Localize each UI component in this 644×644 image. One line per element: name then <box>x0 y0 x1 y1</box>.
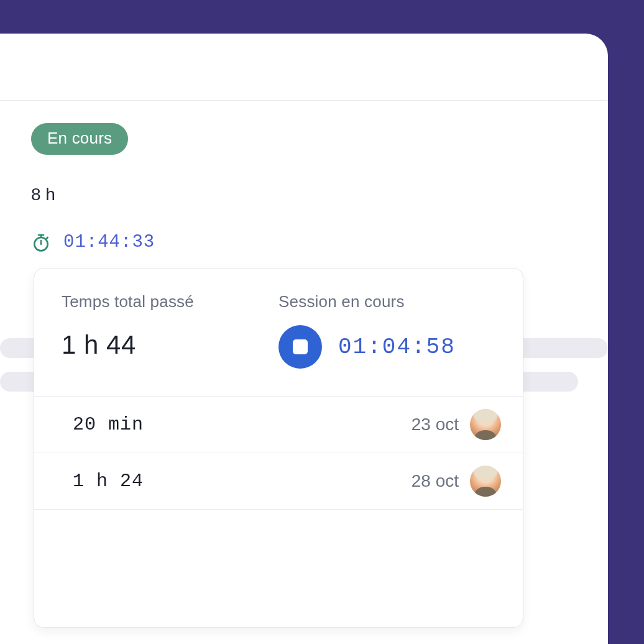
current-session-label: Session en cours <box>278 292 495 311</box>
timer-row[interactable]: 01:44:33 <box>31 232 591 252</box>
stop-icon <box>293 339 308 354</box>
entry-meta: 28 oct <box>412 466 501 497</box>
total-time-column: Temps total passé 1 h 44 <box>62 292 278 369</box>
session-controls: 01:04:58 <box>278 325 495 369</box>
planned-duration: 8 h <box>31 185 591 205</box>
current-session-value: 01:04:58 <box>338 334 456 360</box>
entry-duration: 20 min <box>73 414 144 435</box>
svg-line-4 <box>47 237 48 239</box>
entry-duration: 1 h 24 <box>73 471 144 492</box>
status-badge: En cours <box>31 123 128 155</box>
total-time-value: 1 h 44 <box>62 330 278 360</box>
stopwatch-icon <box>31 232 51 252</box>
entry-date: 23 oct <box>412 415 459 435</box>
session-entry[interactable]: 1 h 24 28 oct <box>34 453 523 509</box>
entry-date: 28 oct <box>412 471 459 491</box>
popover-empty-area <box>34 509 523 627</box>
time-tracking-popover: Temps total passé 1 h 44 Session en cour… <box>34 268 523 628</box>
total-time-label: Temps total passé <box>62 292 278 311</box>
user-avatar <box>470 466 501 497</box>
header-divider <box>0 100 608 101</box>
stop-session-button[interactable] <box>278 325 322 369</box>
user-avatar <box>470 409 501 440</box>
session-history-list: 20 min 23 oct 1 h 24 28 oct <box>34 396 523 509</box>
current-session-column: Session en cours 01:04:58 <box>278 292 495 369</box>
elapsed-time: 01:44:33 <box>63 232 155 252</box>
popover-header: Temps total passé 1 h 44 Session en cour… <box>34 269 523 396</box>
entry-meta: 23 oct <box>412 409 501 440</box>
session-entry[interactable]: 20 min 23 oct <box>34 396 523 453</box>
content-area: En cours 8 h 01:44:33 <box>31 123 591 252</box>
app-panel: En cours 8 h 01:44:33 Temps total passé … <box>0 34 608 644</box>
